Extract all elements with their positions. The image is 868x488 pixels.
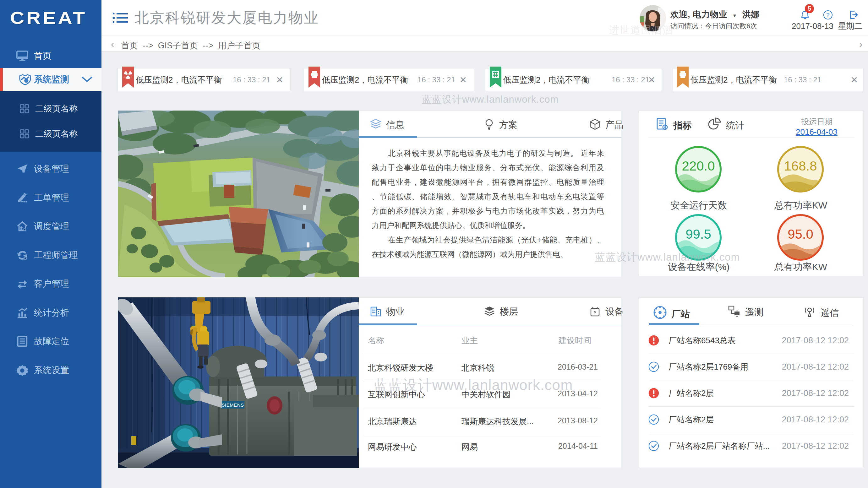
svg-text:SIEMENS: SIEMENS: [221, 402, 244, 408]
svg-text:168.8: 168.8: [784, 159, 817, 173]
svg-text:220.0: 220.0: [682, 159, 715, 173]
svg-text:99.5: 99.5: [685, 227, 711, 241]
svg-text:95.0: 95.0: [787, 227, 813, 241]
